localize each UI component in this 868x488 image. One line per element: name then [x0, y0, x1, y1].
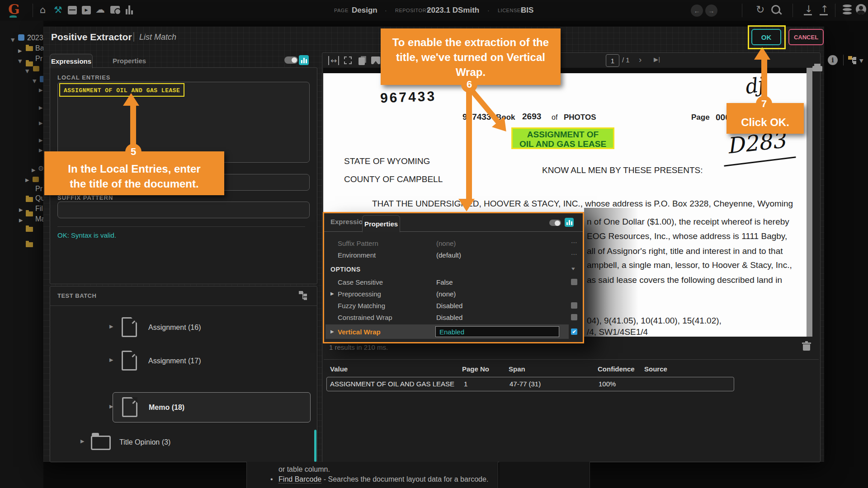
expander-icon[interactable]: ▶	[330, 329, 334, 334]
stats-icon[interactable]	[126, 5, 133, 14]
info-icon[interactable]: i	[828, 55, 838, 65]
tree-expander-icon[interactable]: ▶	[39, 147, 42, 153]
tree-expander-icon[interactable]: ▶	[32, 167, 35, 173]
tree-expander-icon[interactable]: ▶	[18, 46, 22, 54]
checkbox-fuzzy-matching[interactable]	[571, 302, 577, 309]
checkbox-case-sensitive[interactable]	[571, 279, 577, 285]
tree-expander-icon[interactable]: ▶	[39, 87, 42, 93]
tree-expander-icon[interactable]: ▼	[33, 76, 36, 84]
page-value[interactable]: Design	[352, 6, 377, 15]
layout-tree-icon[interactable]	[848, 55, 858, 67]
document-scrollbar[interactable]	[807, 68, 812, 337]
last-page-icon[interactable]: ▶|	[654, 56, 660, 63]
checkbox-vertical-wrap[interactable]: ✔	[571, 328, 577, 335]
col-header-confidence[interactable]: Confidence	[598, 365, 635, 373]
tree-expander-icon[interactable]: ▼	[11, 35, 14, 43]
prop-label-preprocessing[interactable]: Preprocessing	[338, 290, 381, 298]
test-results-icon[interactable]	[565, 218, 574, 227]
user-icon[interactable]	[856, 4, 866, 14]
tree-expander-icon[interactable]: ▶	[109, 324, 113, 329]
batch-process-icon[interactable]: ▶	[82, 6, 91, 14]
result-row[interactable]: ASSIGNMENT OF OIL AND GAS LEASE 1 47-77 …	[326, 377, 734, 391]
download-icon[interactable]: ↓	[805, 4, 813, 14]
tree-expander-icon[interactable]: ▼	[18, 56, 22, 65]
batch-item-assignment-17[interactable]: ▶ Assignment (17)	[50, 347, 317, 376]
prop-value-fuzzy-matching[interactable]: Disabled	[436, 302, 462, 310]
checkbox-constrained-wrap[interactable]	[571, 314, 577, 320]
tab-properties[interactable]: Properties	[362, 215, 400, 232]
tree-node-label[interactable]: 2023	[27, 34, 43, 42]
batches-icon[interactable]	[68, 6, 77, 14]
tree-expander-icon[interactable]: ▶	[80, 438, 84, 444]
batch-item-assignment-16[interactable]: ▶ Assignment (16)	[50, 314, 317, 343]
cloud-upload-icon[interactable]: ☁	[95, 4, 105, 15]
prop-value-suffix-pattern[interactable]: (none)	[436, 239, 456, 247]
local-entries-input[interactable]: ASSIGNMENT OF OIL AND GAS LEASE	[57, 82, 310, 163]
tree-expander-icon[interactable]: ▶	[39, 120, 42, 126]
ellipsis-button[interactable]: ...	[571, 237, 577, 245]
scrollbar-thumb[interactable]	[314, 430, 316, 462]
tree-expander-icon[interactable]: ▶	[39, 105, 42, 111]
ellipsis-button[interactable]: ...	[571, 249, 577, 257]
prop-label-fuzzy-matching[interactable]: Fuzzy Matching	[338, 302, 385, 310]
dropdown-chevron-icon[interactable]: ▼	[859, 58, 863, 64]
test-results-icon[interactable]	[299, 55, 309, 65]
jobs-icon[interactable]	[110, 6, 120, 14]
batch-tree-view-icon[interactable]	[298, 290, 308, 302]
licensee-value[interactable]: BIS	[521, 6, 533, 15]
forward-icon[interactable]: →	[705, 5, 717, 17]
tree-node-label[interactable]: Fil	[35, 205, 43, 213]
expander-icon[interactable]: ▶	[330, 291, 334, 296]
vertical-wrap-input[interactable]: Enabled	[435, 326, 559, 337]
select-region-icon[interactable]	[344, 56, 352, 64]
ok-button[interactable]: OK	[751, 29, 781, 45]
prop-value-constrained-wrap[interactable]: Disabled	[436, 314, 462, 321]
back-icon[interactable]: ←	[691, 5, 703, 17]
tree-node-label[interactable]: Pr	[35, 185, 42, 193]
prop-label-vertical-wrap[interactable]: Vertical Wrap	[338, 328, 381, 336]
database-icon[interactable]	[843, 5, 852, 14]
col-header-pageno[interactable]: Page No	[462, 365, 489, 373]
print-icon[interactable]	[812, 66, 822, 71]
pattern-toggle[interactable]	[284, 56, 298, 64]
prop-value-case-sensitive[interactable]: False	[436, 278, 453, 286]
clear-results-icon[interactable]	[803, 344, 810, 351]
page-number-input[interactable]: 1	[606, 54, 619, 67]
tree-expander-icon[interactable]: ▶	[19, 217, 23, 223]
refresh-icon[interactable]: ↻	[756, 4, 764, 15]
tree-node-label[interactable]: Ba	[35, 44, 43, 52]
tree-node-label[interactable]: Ma	[35, 215, 43, 223]
col-header-span[interactable]: Span	[509, 365, 525, 373]
tools-icon[interactable]: ⚒	[54, 5, 62, 15]
tab-expressions[interactable]: Expressions	[50, 54, 93, 68]
tree-expander-icon[interactable]: ▶	[109, 404, 113, 409]
tree-expander-icon[interactable]: ▶	[19, 207, 23, 213]
upload-icon[interactable]: ↑	[821, 4, 829, 14]
batch-item-memo-18[interactable]: ▶ Memo (18)	[113, 392, 311, 422]
tree-expander-icon[interactable]: ▶	[109, 357, 113, 363]
collapse-chevron-icon[interactable]: ▾	[571, 266, 575, 272]
tree-expander-icon[interactable]: ▶	[39, 137, 42, 143]
tree-expander-icon[interactable]: ▶	[25, 177, 29, 183]
find-barcode-link[interactable]: Find Barcode	[278, 475, 321, 483]
prop-label-suffix-pattern[interactable]: Suffix Pattern	[338, 239, 378, 247]
tree-node-label[interactable]: Pr	[35, 55, 42, 63]
app-logo[interactable]: G	[8, 3, 20, 18]
pattern-toggle[interactable]	[549, 220, 561, 226]
pages-icon[interactable]	[359, 57, 365, 65]
tree-node-label[interactable]: Qu	[35, 194, 43, 202]
tree-expander-icon[interactable]: ▼	[25, 66, 29, 75]
next-page-icon[interactable]: ›	[639, 55, 642, 65]
batch-item-title-opinion[interactable]: ▶ Title Opinion (3)	[50, 430, 317, 455]
search-icon[interactable]	[771, 5, 780, 14]
prop-label-constrained-wrap[interactable]: Constrained Wrap	[338, 314, 392, 321]
image-view-icon[interactable]	[371, 56, 380, 64]
prop-label-environment[interactable]: Environment	[338, 251, 376, 259]
col-header-value[interactable]: Value	[330, 365, 348, 373]
prop-value-preprocessing[interactable]: (none)	[436, 290, 456, 298]
prop-label-case-sensitive[interactable]: Case Sensitive	[338, 278, 383, 286]
cancel-button[interactable]: CANCEL	[788, 29, 824, 45]
suffix-pattern-input[interactable]	[57, 202, 310, 218]
fit-width-icon[interactable]: ↔	[328, 56, 339, 65]
col-header-source[interactable]: Source	[644, 365, 667, 373]
